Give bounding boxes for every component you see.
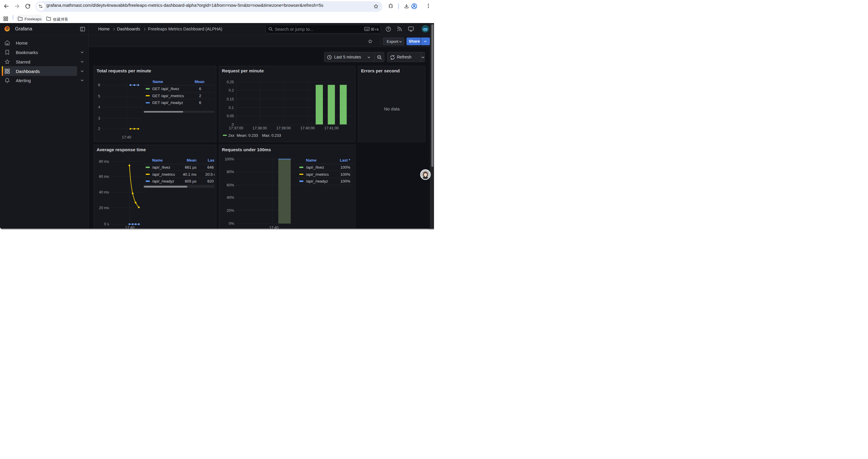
- svg-text:17:37:00: 17:37:00: [229, 126, 243, 130]
- svg-text:0.15: 0.15: [226, 97, 234, 101]
- svg-text:20 ms: 20 ms: [99, 206, 109, 210]
- svg-text:0.1: 0.1: [229, 106, 234, 110]
- svg-text:40%: 40%: [226, 196, 234, 200]
- svg-text:17:40:00: 17:40:00: [301, 126, 315, 130]
- svg-text:60%: 60%: [226, 183, 234, 187]
- svg-text:0%: 0%: [229, 222, 234, 226]
- svg-text:0 s: 0 s: [104, 222, 109, 226]
- svg-text:40 ms: 40 ms: [99, 190, 109, 194]
- svg-text:17:39:00: 17:39:00: [276, 126, 291, 130]
- svg-text:2: 2: [98, 127, 100, 131]
- svg-text:6: 6: [98, 83, 100, 87]
- svg-text:100%: 100%: [224, 157, 234, 161]
- svg-text:5: 5: [98, 94, 100, 98]
- svg-text:60 ms: 60 ms: [99, 174, 109, 179]
- svg-text:80%: 80%: [226, 170, 234, 174]
- svg-text:0.2: 0.2: [229, 88, 234, 93]
- svg-text:0.05: 0.05: [226, 114, 234, 118]
- svg-text:17:41:00: 17:41:00: [324, 126, 339, 130]
- svg-text:20%: 20%: [226, 208, 234, 213]
- svg-text:3: 3: [98, 117, 100, 121]
- svg-text:80 ms: 80 ms: [99, 160, 109, 164]
- svg-text:17:38:00: 17:38:00: [253, 126, 267, 130]
- svg-text:17:40: 17:40: [122, 135, 131, 139]
- svg-text:4: 4: [98, 105, 100, 109]
- svg-text:0.25: 0.25: [226, 80, 234, 84]
